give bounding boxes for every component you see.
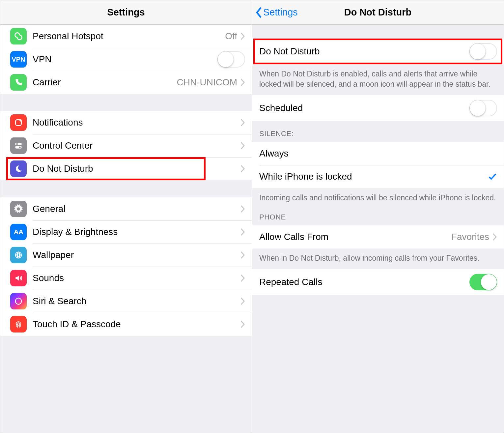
row-do-not-disturb[interactable]: Do Not Disturb	[0, 157, 252, 180]
row-label: Do Not Disturb	[33, 163, 240, 174]
notifications-icon	[10, 114, 27, 131]
moon-icon	[10, 160, 27, 177]
row-value: Off	[225, 31, 237, 42]
chevron-left-icon	[255, 7, 263, 18]
row-sounds[interactable]: Sounds	[0, 267, 252, 290]
row-label: Touch ID & Passcode	[33, 319, 240, 330]
svg-rect-2	[15, 143, 22, 145]
row-wallpaper[interactable]: Wallpaper	[0, 244, 252, 267]
row-label: Notifications	[33, 117, 240, 128]
row-label: Display & Brightness	[33, 227, 240, 237]
fingerprint-icon	[10, 316, 27, 332]
row-label: Personal Hotspot	[33, 31, 225, 42]
row-control-center[interactable]: Control Center	[0, 134, 252, 157]
row-label: Wallpaper	[33, 250, 240, 260]
row-label: Sounds	[33, 273, 240, 283]
chevron-right-icon	[240, 274, 245, 282]
vpn-toggle[interactable]	[217, 51, 245, 68]
row-label: While iPhone is locked	[259, 171, 488, 182]
row-label: VPN	[33, 54, 217, 65]
siri-icon	[10, 293, 27, 309]
chevron-right-icon	[492, 233, 497, 241]
row-label: Do Not Disturb	[259, 46, 469, 57]
nav-bar: Settings Do Not Disturb	[252, 0, 504, 25]
hotspot-icon	[10, 28, 27, 44]
sounds-icon	[10, 270, 27, 286]
chevron-right-icon	[240, 251, 245, 259]
chevron-right-icon	[240, 228, 245, 236]
row-vpn[interactable]: VPN VPN	[0, 48, 252, 71]
row-label: Repeated Calls	[259, 277, 469, 287]
chevron-right-icon	[240, 205, 245, 213]
row-notifications[interactable]: Notifications	[0, 111, 252, 134]
row-siri-search[interactable]: Siri & Search	[0, 290, 252, 313]
silence-footer-text: Incoming calls and notifications will be…	[252, 188, 504, 209]
gear-icon	[10, 201, 27, 217]
svg-point-7	[15, 252, 22, 258]
row-personal-hotspot[interactable]: Personal Hotspot Off	[0, 25, 252, 48]
display-icon: AA	[10, 224, 27, 240]
dnd-pane: Settings Do Not Disturb Do Not Disturb W…	[252, 0, 504, 433]
row-label: Control Center	[33, 140, 240, 151]
row-display-brightness[interactable]: AA Display & Brightness	[0, 220, 252, 244]
chevron-right-icon	[240, 320, 245, 328]
row-value: CHN-UNICOM	[177, 77, 237, 88]
chevron-right-icon	[240, 142, 245, 150]
chevron-right-icon	[240, 32, 245, 40]
phone-icon	[10, 74, 27, 91]
row-label: General	[33, 204, 240, 214]
wallpaper-icon	[10, 247, 27, 263]
row-label: Carrier	[33, 77, 177, 88]
phone-header: PHONE	[252, 209, 504, 225]
page-title: Settings	[0, 7, 252, 18]
row-touch-id-passcode[interactable]: Touch ID & Passcode	[0, 313, 252, 336]
checkmark-icon	[488, 172, 497, 181]
control-center-icon	[10, 137, 27, 154]
chevron-right-icon	[240, 78, 245, 86]
dnd-footer-text: When Do Not Disturb is enabled, calls an…	[252, 64, 504, 95]
scheduled-toggle[interactable]	[469, 100, 497, 116]
row-label: Siri & Search	[33, 296, 240, 306]
row-carrier[interactable]: Carrier CHN-UNICOM	[0, 71, 252, 94]
back-button[interactable]: Settings	[252, 7, 298, 18]
row-allow-calls-from[interactable]: Allow Calls From Favorites	[252, 225, 504, 248]
repeated-calls-toggle[interactable]	[469, 274, 497, 290]
vpn-icon: VPN	[10, 51, 27, 68]
back-label: Settings	[263, 7, 298, 18]
row-silence-always[interactable]: Always	[252, 142, 504, 165]
svg-point-1	[19, 119, 22, 122]
chevron-right-icon	[240, 297, 245, 305]
silence-header: SILENCE:	[252, 121, 504, 142]
settings-pane: Settings Personal Hotspot Off VPN VPN	[0, 0, 252, 433]
svg-point-4	[16, 143, 18, 145]
svg-rect-3	[15, 146, 22, 149]
row-label: Allow Calls From	[259, 232, 451, 242]
nav-bar: Settings	[0, 0, 252, 25]
dnd-toggle[interactable]	[469, 43, 497, 60]
row-repeated-calls[interactable]: Repeated Calls	[252, 269, 504, 295]
svg-point-8	[15, 298, 22, 304]
row-value: Favorites	[451, 232, 489, 242]
row-label: Always	[259, 148, 497, 159]
row-dnd-toggle[interactable]: Do Not Disturb	[252, 39, 504, 64]
svg-point-5	[19, 146, 21, 148]
row-general[interactable]: General	[0, 197, 252, 220]
row-silence-locked[interactable]: While iPhone is locked	[252, 165, 504, 188]
allow-calls-footer-text: When in Do Not Disturb, allow incoming c…	[252, 248, 504, 269]
row-label: Scheduled	[259, 103, 469, 113]
row-scheduled[interactable]: Scheduled	[252, 95, 504, 121]
chevron-right-icon	[240, 165, 245, 173]
chevron-right-icon	[240, 119, 245, 127]
